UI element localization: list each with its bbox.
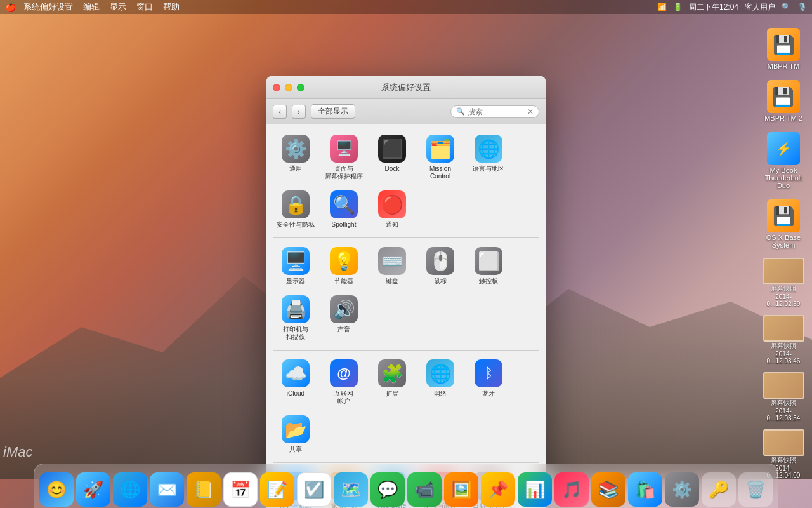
show-all-button[interactable]: 全部显示: [311, 104, 355, 119]
menu-window[interactable]: 窗口: [136, 1, 153, 13]
menu-help[interactable]: 帮助: [163, 1, 180, 13]
desktop-item-mbpr-tm[interactable]: 💾 MBPR TM: [764, 25, 802, 72]
menu-sysprefs[interactable]: 系统偏好设置: [23, 1, 73, 13]
pref-label: 安全性与隐私: [277, 221, 315, 229]
screenshot-3[interactable]: 屏幕快照2014-0...12.03.54: [758, 371, 809, 423]
energy-icon: 💡: [330, 247, 358, 275]
dock-calendar[interactable]: 📅: [223, 472, 258, 507]
pref-internet[interactable]: @ 互联网帐户: [321, 356, 367, 409]
window-title: 系统偏好设置: [381, 82, 431, 93]
sysprefs-window: 系统偏好设置 ‹ › 全部显示 🔍 ✕ ⚙️ 通用 🖥️ 桌面与屏幕保护程序: [266, 76, 546, 508]
screenshot-label: 屏幕快照2014-0...12.03.54: [759, 399, 808, 422]
desktop-item-mybook[interactable]: ⚡ My Book Thunderbolt Duo: [758, 130, 809, 192]
network-icon: 🌐: [426, 359, 454, 387]
close-button[interactable]: [273, 84, 280, 91]
dock-appstore[interactable]: 🛍️: [628, 472, 662, 507]
siri-icon[interactable]: 🎙️: [797, 3, 807, 11]
pref-extensions[interactable]: 🧩 扩展: [369, 356, 415, 409]
search-icon[interactable]: 🔍: [782, 3, 791, 11]
search-input[interactable]: [468, 107, 527, 116]
desktop-item-label: OS X Base System: [761, 234, 806, 249]
user-display[interactable]: 客人用户: [745, 2, 775, 13]
minimize-button[interactable]: [285, 84, 292, 91]
trackpad-icon: ⬜: [475, 247, 502, 275]
pref-keyboard[interactable]: ⌨️ 键盘: [369, 243, 415, 289]
menubar-right: 📶 🔋 周二下午12:04 客人用户 🔍 🎙️: [657, 2, 807, 13]
dock-finder[interactable]: 😊: [39, 472, 74, 507]
pref-security[interactable]: 🔒 安全性与隐私: [273, 187, 318, 232]
screenshot-2[interactable]: 屏幕快照2014-0...12.03.46: [758, 314, 809, 366]
menu-view[interactable]: 显示: [110, 1, 126, 13]
pref-label: 通用: [289, 165, 302, 173]
pref-label: 语言与地区: [473, 165, 504, 173]
prefs-row: ☁️ iCloud @ 互联网帐户 🧩 扩展 🌐 网络 ᛒ 蓝牙: [273, 356, 539, 457]
maximize-button[interactable]: [297, 84, 304, 91]
dock-numbers[interactable]: 📊: [518, 472, 552, 507]
pref-label: 鼠标: [434, 277, 447, 285]
pref-energy[interactable]: 💡 节能器: [321, 243, 367, 289]
dock-itunes[interactable]: 🎵: [554, 472, 589, 507]
notifications-icon: 🔴: [378, 190, 406, 218]
sound-icon: 🔊: [330, 295, 358, 323]
wifi-icon[interactable]: 📶: [657, 3, 667, 11]
dock-mail[interactable]: ✉️: [150, 472, 184, 507]
pref-trackpad[interactable]: ⬜ 触控板: [466, 243, 511, 289]
extensions-icon: 🧩: [378, 359, 406, 387]
dock-photos[interactable]: 🖼️: [444, 472, 478, 507]
pref-label: 蓝牙: [482, 390, 495, 398]
pref-dock[interactable]: ⬛ Dock: [369, 131, 415, 184]
pref-displays[interactable]: 🖥️ 显示器: [273, 243, 318, 289]
pref-icloud[interactable]: ☁️ iCloud: [273, 356, 318, 409]
back-button[interactable]: ‹: [273, 105, 287, 119]
pref-bluetooth[interactable]: ᛒ 蓝牙: [466, 356, 511, 409]
dock-contacts[interactable]: 📒: [187, 472, 221, 507]
dock-facetime[interactable]: 📹: [407, 472, 442, 507]
pref-label: 打印机与扫描仪: [283, 326, 308, 341]
dock-trash[interactable]: 🗑️: [738, 472, 773, 507]
keyboard-icon: ⌨️: [378, 247, 406, 275]
search-clear-button[interactable]: ✕: [527, 107, 534, 116]
internet-icon: @: [330, 359, 358, 387]
screenshot-label: 屏幕快照2014-0...12.03.46: [759, 342, 808, 364]
mouse-icon: 🖱️: [426, 247, 454, 275]
language-icon: 🌐: [475, 135, 502, 163]
dock-sysprefs[interactable]: ⚙️: [665, 472, 699, 507]
desktop-item-mbpr-tm2[interactable]: 💾 MBPR TM 2: [762, 77, 805, 124]
pref-sound[interactable]: 🔊 声音: [321, 291, 367, 345]
pref-spotlight[interactable]: 🔍 Spotlight: [321, 187, 367, 232]
pref-desktop[interactable]: 🖥️ 桌面与屏幕保护程序: [321, 131, 367, 184]
datetime-display: 周二下午12:04: [689, 2, 738, 13]
dock-safari[interactable]: 🌐: [113, 472, 147, 507]
pref-language[interactable]: 🌐 语言与地区: [466, 131, 511, 184]
displays-icon: 🖥️: [282, 247, 310, 275]
pref-printer[interactable]: 🖨️ 打印机与扫描仪: [273, 291, 318, 345]
forward-button[interactable]: ›: [292, 105, 306, 119]
spotlight-icon: 🔍: [330, 190, 358, 218]
menu-edit[interactable]: 编辑: [83, 1, 100, 13]
pref-general[interactable]: ⚙️ 通用: [273, 131, 318, 184]
dock-keychain[interactable]: 🔑: [702, 472, 736, 507]
pref-label: 键盘: [386, 277, 398, 285]
desktop-item-osxbase[interactable]: 💾 OS X Base System: [758, 197, 809, 251]
pref-label: MissionControl: [429, 165, 451, 180]
pref-mission[interactable]: 🗂️ MissionControl: [417, 131, 463, 184]
search-box[interactable]: 🔍 ✕: [450, 105, 539, 118]
pref-mouse[interactable]: 🖱️ 鼠标: [417, 243, 463, 289]
dock-maps[interactable]: 🗺️: [334, 472, 368, 507]
window-controls: [273, 84, 304, 91]
dock-reminders[interactable]: ☑️: [297, 472, 331, 507]
pref-network[interactable]: 🌐 网络: [417, 356, 463, 409]
dock-notes[interactable]: 📝: [260, 472, 294, 507]
dock-launchpad[interactable]: 🚀: [76, 472, 110, 507]
pref-notifications[interactable]: 🔴 通知: [369, 187, 415, 232]
screenshot-1[interactable]: 屏幕快照2014-0...12.02.59: [758, 257, 809, 309]
dock-ibooks[interactable]: 📚: [591, 472, 625, 507]
toolbar: ‹ › 全部显示 🔍 ✕: [266, 99, 546, 124]
prefs-content: ⚙️ 通用 🖥️ 桌面与屏幕保护程序 ⬛ Dock 🗂️ MissionCont…: [266, 124, 546, 508]
apple-menu[interactable]: 🍎: [5, 2, 16, 12]
dock-stickies[interactable]: 📌: [481, 472, 515, 507]
pref-sharing[interactable]: 📂 共享: [273, 411, 318, 457]
imac-brand-label: iMac: [3, 444, 32, 460]
dock-messages[interactable]: 💬: [370, 472, 405, 507]
battery-icon[interactable]: 🔋: [673, 3, 683, 11]
